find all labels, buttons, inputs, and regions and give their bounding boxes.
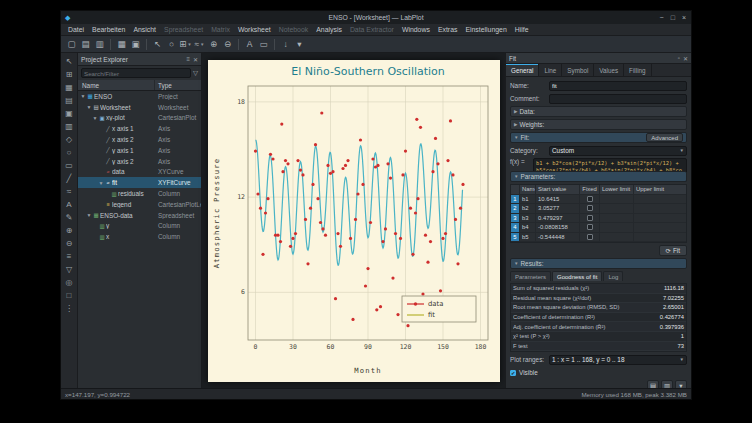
close-button[interactable]: × [682, 14, 686, 21]
menu-windows[interactable]: Windows [398, 26, 434, 33]
data-section-header[interactable]: ▶ Data: [510, 106, 687, 117]
tree-row-enso-data[interactable]: ▼▦ENSO-dataSpreadsheet [78, 210, 201, 221]
menu-bearbeiten[interactable]: Bearbeiten [88, 26, 129, 33]
results-tab-goodness-of-fit[interactable]: Goodness of fit [552, 271, 602, 281]
param-upper-limit[interactable] [634, 204, 686, 213]
load-template-icon[interactable]: ▤ [647, 380, 659, 388]
select-mode-icon[interactable]: ↖ [151, 38, 164, 51]
tool-rect-icon[interactable]: ▭ [63, 159, 76, 172]
tab-line[interactable]: Line [539, 64, 562, 76]
menu-extras[interactable]: Extras [434, 26, 462, 33]
tool-line-icon[interactable]: ╱ [63, 172, 76, 185]
zoom-select-icon[interactable]: ○ [165, 38, 178, 51]
param-fixed-checkbox[interactable] [587, 234, 593, 240]
tree-row-enso[interactable]: ▼▦ENSOProject [78, 91, 201, 102]
results-tab-log[interactable]: Log [603, 271, 623, 281]
menu-data-extractor[interactable]: Data Extractor [346, 26, 398, 33]
zoom-out-icon[interactable]: ⊖ [221, 38, 234, 51]
save-project-icon[interactable]: ▥ [93, 38, 106, 51]
tree-row-fit[interactable]: ▼≈fitXYFitCurve [78, 177, 201, 188]
param-start-value[interactable]: 3.05277 [536, 204, 580, 213]
fit-section-header[interactable]: ▼ Fit: Advanced [510, 132, 687, 143]
param-lower-limit[interactable] [600, 204, 634, 213]
maximize-button[interactable]: □ [671, 14, 675, 21]
param-start-value[interactable]: -0.544448 [536, 233, 580, 242]
tool-column-icon[interactable]: ▥ [63, 120, 76, 133]
results-tab-parameters[interactable]: Parameters [510, 271, 551, 281]
results-section-header[interactable]: ▼ Results: [510, 258, 687, 269]
dock-close-icon[interactable]: ✕ [683, 55, 688, 62]
tab-general[interactable]: General [506, 64, 539, 76]
plot-page[interactable]: 030609012015018061218El Niño-Southern Os… [208, 60, 500, 382]
tool-zoom-out-icon[interactable]: ⊖ [63, 237, 76, 250]
tool-legend-icon[interactable]: ≡ [63, 250, 76, 263]
template-options-icon[interactable]: ▾ [675, 380, 687, 388]
open-project-icon[interactable]: ▤ [79, 38, 92, 51]
tree-row-x-axis-1[interactable]: ╱x axis 1Axis [78, 123, 201, 134]
menu-worksheet[interactable]: Worksheet [234, 26, 275, 33]
param-start-value[interactable]: 10.6415 [536, 195, 580, 204]
image-icon[interactable]: ▭ [257, 38, 270, 51]
save-template-icon[interactable]: ▥ [661, 380, 673, 388]
param-upper-limit[interactable] [634, 233, 686, 242]
param-fixed-checkbox[interactable] [587, 215, 593, 221]
advanced-button[interactable]: Advanced [646, 133, 683, 142]
minimize-button[interactable]: − [660, 14, 664, 21]
panel-close-icon[interactable]: ✕ [193, 56, 198, 63]
tool-new-worksheet-icon[interactable]: ⊞ [63, 68, 76, 81]
tree-row-x-axis-2[interactable]: ╱x axis 2Axis [78, 134, 201, 145]
tree-row-worksheet[interactable]: ▼▤WorksheetWorksheet [78, 102, 201, 113]
name-field[interactable] [549, 81, 687, 91]
export-icon[interactable]: ↓ [279, 38, 292, 51]
param-fixed-checkbox[interactable] [587, 224, 593, 230]
param-lower-limit[interactable] [600, 195, 634, 204]
param-lower-limit[interactable] [600, 233, 634, 242]
tree-row-y[interactable]: ▥yColumn [78, 221, 201, 232]
more-tools-icon[interactable]: ▾ [293, 38, 306, 51]
new-project-icon[interactable]: ▢ [65, 38, 78, 51]
tool-more-icon[interactable]: ⋮ [63, 302, 76, 315]
param-fixed-checkbox[interactable] [587, 196, 593, 202]
tool-curve-icon[interactable]: ≈ [63, 185, 76, 198]
tool-matrix-icon[interactable]: ▤ [63, 94, 76, 107]
text-label-icon[interactable]: A [243, 38, 256, 51]
comment-field[interactable] [549, 94, 687, 104]
menu-spreadsheet[interactable]: Spreadsheet [160, 26, 207, 33]
filter-icon[interactable]: ▽ [193, 69, 198, 77]
zoom-in-icon[interactable]: ⊕ [207, 38, 220, 51]
menu-ansicht[interactable]: Ansicht [129, 26, 160, 33]
menu-analysis[interactable]: Analysis [312, 26, 346, 33]
plot-ranges-select[interactable]: 1 : x = 1 .. 168, y = 0 .. 18 ▼ [549, 355, 687, 365]
param-lower-limit[interactable] [600, 223, 634, 232]
param-start-value[interactable]: -0.0808158 [536, 223, 580, 232]
search-input[interactable] [81, 68, 191, 78]
visible-checkbox[interactable]: ✔ [510, 370, 516, 376]
tool-spreadsheet-icon[interactable]: ▦ [63, 81, 76, 94]
tree-row-y-axis-1[interactable]: ╱y axis 1Axis [78, 145, 201, 156]
dock-float-icon[interactable]: ▫ [678, 55, 680, 62]
weights-section-header[interactable]: ▶ Weights: [510, 119, 687, 130]
tool-page-icon[interactable]: □ [63, 289, 76, 302]
new-spreadsheet-icon[interactable]: ▣ [129, 38, 142, 51]
category-select[interactable]: Custom ▼ [549, 146, 687, 156]
title-bar[interactable]: ◆ ENSO - [Worksheet] — LabPlot − □ × [61, 11, 691, 24]
tool-select-icon[interactable]: ↖ [63, 55, 76, 68]
tool-filter-icon[interactable]: ▽ [63, 263, 76, 276]
tree-row-y-axis-2[interactable]: ╱y axis 2Axis [78, 156, 201, 167]
param-fixed-checkbox[interactable] [587, 205, 593, 211]
tree-row-data[interactable]: ≈dataXYCurve [78, 167, 201, 178]
menu-matrix[interactable]: Matrix [207, 26, 234, 33]
param-upper-limit[interactable] [634, 223, 686, 232]
menu-einstellungen[interactable]: Einstellungen [461, 26, 510, 33]
menu-hilfe[interactable]: Hilfe [511, 26, 533, 33]
tool-plot-icon[interactable]: ▣ [63, 107, 76, 120]
column-header-name[interactable]: Name [78, 80, 155, 90]
tab-filling[interactable]: Filling [624, 64, 651, 76]
menu-notebook[interactable]: Notebook [275, 26, 313, 33]
param-upper-limit[interactable] [634, 195, 686, 204]
tool-zoom-in-icon[interactable]: ⊕ [63, 224, 76, 237]
tree-row-residuals[interactable]: ▥residualsColumn [78, 188, 201, 199]
new-worksheet-icon[interactable]: ▦ [115, 38, 128, 51]
tree-row-legend[interactable]: ≡legendCartesianPlotLegend [78, 199, 201, 210]
panel-menu-icon[interactable]: ≡ [186, 56, 190, 63]
